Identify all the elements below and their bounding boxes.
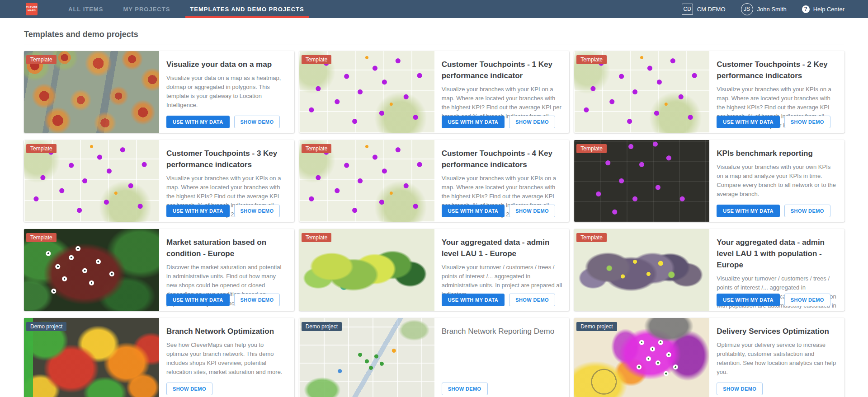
card-actions: SHOW DEMO bbox=[442, 383, 488, 395]
show-demo-button[interactable]: SHOW DEMO bbox=[234, 294, 280, 306]
show-demo-button[interactable]: SHOW DEMO bbox=[509, 205, 555, 217]
account-switcher[interactable]: CD CM DEMO bbox=[682, 4, 726, 15]
use-with-my-data-button[interactable]: USE WITH MY DATA bbox=[442, 205, 505, 217]
card-body: Branch Network Reporting Demo SHOW DEMO bbox=[434, 318, 570, 397]
show-demo-button[interactable]: SHOW DEMO bbox=[509, 116, 555, 128]
nav-right: CD CM DEMO JS John Smith ? Help Center bbox=[682, 3, 844, 15]
card-customer-touchpoints-4-kpis: Template Customer Touchpoints - 4 Key pe… bbox=[299, 140, 570, 222]
use-with-my-data-button[interactable]: USE WITH MY DATA bbox=[717, 116, 780, 128]
use-with-my-data-button[interactable]: USE WITH MY DATA bbox=[166, 205, 230, 217]
templates-grid: Template Visualize your data on a map Vi… bbox=[24, 51, 844, 397]
card-description: Optimize your delivery service to increa… bbox=[717, 341, 837, 377]
card-title: Customer Touchpoints - 2 Key performance… bbox=[717, 59, 837, 81]
card-actions: USE WITH MY DATA SHOW DEMO bbox=[166, 294, 280, 306]
card-actions: SHOW DEMO bbox=[717, 383, 763, 395]
card-body: Customer Touchpoints - 3 Key performance… bbox=[159, 140, 294, 222]
use-with-my-data-button[interactable]: USE WITH MY DATA bbox=[717, 205, 780, 217]
card-actions: USE WITH MY DATA SHOW DEMO bbox=[717, 294, 830, 306]
clevermaps-logo[interactable]: CLEVER MAPS bbox=[26, 3, 38, 15]
show-demo-button[interactable]: SHOW DEMO bbox=[166, 383, 212, 395]
card-thumbnail-dark-dot-map[interactable]: Template bbox=[574, 140, 709, 222]
card-body: Branch Network Optimization See how Clev… bbox=[159, 318, 294, 397]
page-title: Templates and demo projects bbox=[24, 30, 844, 39]
use-with-my-data-button[interactable]: USE WITH MY DATA bbox=[442, 116, 505, 128]
card-market-saturation-europe: Template Market saturation based on cond… bbox=[24, 229, 294, 311]
card-title: Branch Network Optimization bbox=[166, 326, 287, 337]
card-branch-network-optimization: Demo project Branch Network Optimization… bbox=[24, 318, 294, 397]
tab-my-projects[interactable]: MY PROJECTS bbox=[118, 0, 175, 18]
card-title: Market saturation based on condition - E… bbox=[166, 237, 287, 259]
header-divider bbox=[24, 45, 844, 45]
show-demo-button[interactable]: SHOW DEMO bbox=[442, 383, 488, 395]
card-body: Visualize your data on a map Visualize y… bbox=[159, 51, 294, 133]
help-center-label: Help Center bbox=[813, 6, 844, 13]
card-thumbnail-saturation-map[interactable]: Template bbox=[24, 229, 159, 311]
template-badge: Template bbox=[576, 144, 607, 153]
card-title: Branch Network Reporting Demo bbox=[442, 326, 562, 337]
show-demo-button[interactable]: SHOW DEMO bbox=[784, 116, 830, 128]
card-branch-network-reporting-demo: Demo project Branch Network Reporting De… bbox=[299, 318, 570, 397]
user-name: John Smith bbox=[757, 6, 787, 13]
user-menu[interactable]: JS John Smith bbox=[741, 3, 787, 15]
card-visualize-your-data-on-a-map: Template Visualize your data on a map Vi… bbox=[24, 51, 294, 133]
card-actions: SHOW DEMO bbox=[166, 383, 212, 395]
card-thumbnail-dot-map[interactable]: Template bbox=[299, 51, 434, 133]
card-thumbnail-choropleth-map[interactable]: Template bbox=[299, 229, 434, 311]
card-thumbnail-dot-map[interactable]: Template bbox=[24, 140, 159, 222]
card-title: KPIs benchmark reporting bbox=[717, 148, 837, 159]
card-thumbnail-heatmap-map[interactable]: Template bbox=[24, 51, 159, 133]
card-description: See how CleverMaps can help you to optim… bbox=[166, 341, 287, 377]
card-body: Customer Touchpoints - 2 Key performance… bbox=[709, 51, 844, 133]
card-aggregated-data-lau1-europe: Template Your aggregated data - admin le… bbox=[299, 229, 570, 311]
card-body: Customer Touchpoints - 4 Key performance… bbox=[434, 140, 570, 222]
card-title: Your aggregated data - admin level LAU 1… bbox=[442, 237, 562, 259]
template-badge: Template bbox=[26, 144, 57, 153]
card-body: KPIs benchmark reporting Visualize your … bbox=[709, 140, 844, 222]
template-badge: Template bbox=[576, 55, 607, 64]
avatar: JS bbox=[741, 3, 753, 15]
demo-project-badge: Demo project bbox=[302, 322, 342, 331]
card-customer-touchpoints-1-kpi: Template Customer Touchpoints - 1 Key pe… bbox=[299, 51, 570, 133]
use-with-my-data-button[interactable]: USE WITH MY DATA bbox=[442, 294, 505, 306]
show-demo-button[interactable]: SHOW DEMO bbox=[234, 116, 280, 128]
card-body: Market saturation based on condition - E… bbox=[159, 229, 294, 311]
card-delivery-services-optimization: Demo project Delivery Services Optimizat… bbox=[574, 318, 844, 397]
card-thumbnail-dot-map[interactable]: Template bbox=[574, 51, 709, 133]
use-with-my-data-button[interactable]: USE WITH MY DATA bbox=[166, 294, 230, 306]
card-title: Customer Touchpoints - 4 Key performance… bbox=[442, 148, 562, 170]
card-actions: USE WITH MY DATA SHOW DEMO bbox=[166, 205, 280, 217]
use-with-my-data-button[interactable]: USE WITH MY DATA bbox=[717, 294, 780, 306]
template-badge: Template bbox=[576, 233, 607, 242]
card-thumbnail-dot-map[interactable]: Template bbox=[299, 140, 434, 222]
card-description: Visualize your branches with your own KP… bbox=[717, 163, 837, 199]
card-title: Delivery Services Optimization bbox=[717, 326, 837, 337]
card-thumbnail-aerial-heatmap[interactable]: Demo project bbox=[24, 318, 159, 397]
show-demo-button[interactable]: SHOW DEMO bbox=[234, 205, 280, 217]
show-demo-button[interactable]: SHOW DEMO bbox=[784, 294, 830, 306]
help-icon: ? bbox=[802, 5, 810, 13]
show-demo-button[interactable]: SHOW DEMO bbox=[717, 383, 763, 395]
card-actions: USE WITH MY DATA SHOW DEMO bbox=[442, 116, 555, 128]
card-description: Visualize your data on a map as a heatma… bbox=[166, 74, 287, 110]
card-title: Customer Touchpoints - 1 Key performance… bbox=[442, 59, 562, 81]
demo-project-badge: Demo project bbox=[26, 322, 66, 331]
help-center-link[interactable]: ? Help Center bbox=[802, 5, 844, 13]
tab-templates-and-demo-projects[interactable]: TEMPLATES AND DEMO PROJECTS bbox=[185, 0, 308, 18]
card-thumbnail-choropleth-map[interactable]: Template bbox=[574, 229, 709, 311]
card-body: Your aggregated data - admin level LAU 1… bbox=[709, 229, 844, 311]
card-actions: USE WITH MY DATA SHOW DEMO bbox=[717, 116, 830, 128]
use-with-my-data-button[interactable]: USE WITH MY DATA bbox=[166, 116, 230, 128]
tab-all-items[interactable]: ALL ITEMS bbox=[64, 0, 108, 18]
card-thumbnail-delivery-zones-map[interactable]: Demo project bbox=[574, 318, 709, 397]
card-title: Customer Touchpoints - 3 Key performance… bbox=[166, 148, 287, 170]
card-thumbnail-street-map[interactable]: Demo project bbox=[299, 318, 434, 397]
card-body: Your aggregated data - admin level LAU 1… bbox=[434, 229, 570, 311]
card-actions: USE WITH MY DATA SHOW DEMO bbox=[166, 116, 280, 128]
demo-project-badge: Demo project bbox=[576, 322, 617, 331]
account-name: CM DEMO bbox=[697, 6, 726, 13]
card-title: Visualize your data on a map bbox=[166, 59, 287, 70]
show-demo-button[interactable]: SHOW DEMO bbox=[509, 294, 555, 306]
account-initials-badge: CD bbox=[682, 4, 693, 15]
show-demo-button[interactable]: SHOW DEMO bbox=[784, 205, 830, 217]
card-title: Your aggregated data - admin level LAU 1… bbox=[717, 237, 837, 271]
